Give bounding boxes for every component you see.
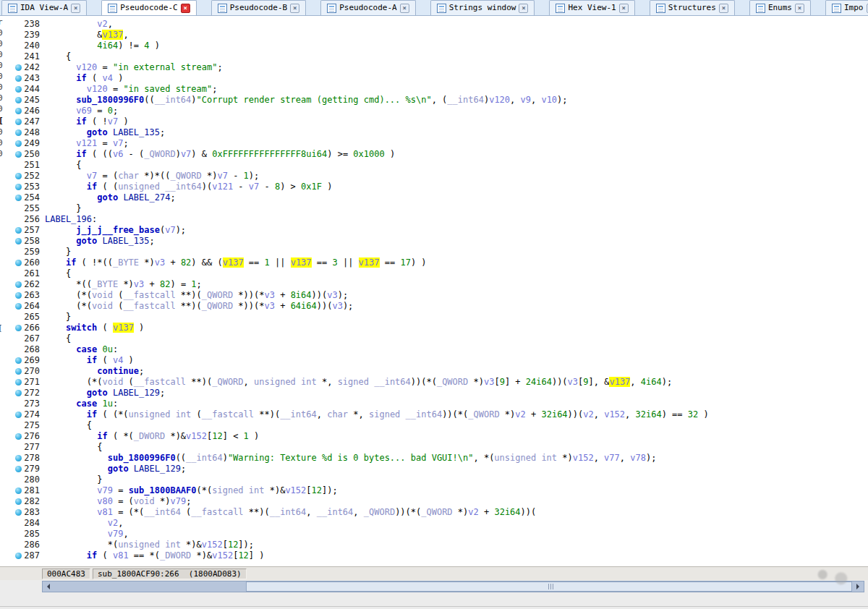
- code-line-262[interactable]: 262 *((_BYTE *)v3 + 82) = 1;: [8, 279, 868, 290]
- tab-ida-view-a[interactable]: IDA View-A×: [1, 0, 87, 15]
- close-icon[interactable]: ×: [719, 4, 728, 13]
- code-text: LABEL_196:: [45, 214, 97, 225]
- code-line-257[interactable]: 257 j_j_j__free_base(v7);: [8, 225, 868, 236]
- code-line-269[interactable]: 269 if ( v4 ): [8, 355, 868, 366]
- code-line-244[interactable]: 244 v120 = "in saved stream";: [8, 84, 868, 95]
- close-icon[interactable]: ×: [71, 4, 80, 13]
- line-number: 261: [8, 268, 40, 279]
- tab-pseudocode-b[interactable]: Pseudocode-B×: [211, 0, 306, 15]
- code-line-250[interactable]: 250 if ( ((v6 - (_QWORD)v7) & 0xFFFFFFFF…: [8, 149, 868, 160]
- tab-pseudocode-a[interactable]: Pseudocode-A×: [320, 0, 415, 15]
- code-line-287[interactable]: 287 if ( v81 == *(_DWORD *)&v152[12] ): [8, 550, 868, 561]
- code-text: }: [45, 247, 71, 257]
- clipped-char: 0: [0, 82, 3, 92]
- line-number: 251: [8, 160, 40, 171]
- close-icon[interactable]: ×: [181, 4, 190, 13]
- code-text: if ( (*(unsigned int (__fastcall **)(__i…: [45, 409, 709, 420]
- tab-pseudocode-c[interactable]: Pseudocode-C×: [101, 0, 196, 15]
- tab-structures[interactable]: Structures×: [650, 0, 735, 15]
- tab-label: Pseudocode-C: [120, 1, 177, 15]
- close-icon[interactable]: ×: [400, 4, 409, 13]
- code-line-273[interactable]: 273 case 1u:: [8, 399, 868, 409]
- code-line-266[interactable]: 266 switch ( v137 ): [8, 323, 868, 333]
- code-line-254[interactable]: 254 goto LABEL_274;: [8, 192, 868, 203]
- code-line-274[interactable]: 274 if ( (*(unsigned int (__fastcall **)…: [8, 409, 868, 420]
- code-line-267[interactable]: 267 {: [8, 333, 868, 344]
- code-line-255[interactable]: 255 }: [8, 203, 868, 214]
- code-line-240[interactable]: 240 4i64) != 4 ): [8, 41, 868, 51]
- code-line-276[interactable]: 276 if ( *(_DWORD *)&v152[12] < 1 ): [8, 431, 868, 442]
- code-line-285[interactable]: 285 v79,: [8, 529, 868, 540]
- clipped-char: 0: [0, 93, 3, 103]
- close-icon[interactable]: ×: [795, 4, 804, 13]
- line-number: 255: [8, 203, 40, 214]
- code-line-259[interactable]: 259 }: [8, 247, 868, 257]
- scroll-left-arrow-icon[interactable]: [43, 582, 54, 592]
- code-line-284[interactable]: 284 v2,: [8, 518, 868, 529]
- close-icon[interactable]: ×: [290, 4, 299, 13]
- line-number: 239: [8, 30, 40, 41]
- code-line-248[interactable]: 248 goto LABEL_135;: [8, 127, 868, 138]
- code-line-278[interactable]: 278 sub_1800996F0((__int64)"Warning: Tex…: [8, 453, 868, 464]
- line-number: 243: [8, 73, 40, 84]
- code-line-241[interactable]: 241 {: [8, 51, 868, 62]
- code-line-247[interactable]: 247 if ( !v7 ): [8, 116, 868, 127]
- code-line-263[interactable]: 263 (*(void (__fastcall **)(_QWORD *))(*…: [8, 290, 868, 301]
- code-line-265[interactable]: 265 }: [8, 312, 868, 323]
- code-line-249[interactable]: 249 v121 = v7;: [8, 138, 868, 149]
- line-number: 272: [8, 388, 40, 399]
- code-text: {: [45, 442, 102, 453]
- close-icon[interactable]: ×: [519, 4, 528, 13]
- line-number: 260: [8, 257, 40, 268]
- code-text: v2,: [45, 518, 123, 529]
- code-line-280[interactable]: 280 }: [8, 474, 868, 485]
- tab-impo[interactable]: Impo×: [825, 0, 868, 15]
- code-line-261[interactable]: 261 {: [8, 268, 868, 279]
- scrollbar-thumb[interactable]: [246, 582, 852, 592]
- line-number: 252: [8, 171, 40, 182]
- code-line-252[interactable]: 252 v7 = (char *)*((_QWORD *)v7 - 1);: [8, 171, 868, 182]
- code-text: v79,: [45, 529, 129, 540]
- code-line-283[interactable]: 283 v81 = (*(__int64 (__fastcall **)(__i…: [8, 507, 868, 518]
- code-text: {: [45, 420, 92, 431]
- code-line-281[interactable]: 281 v79 = sub_1800BAAF0(*(signed int *)&…: [8, 485, 868, 496]
- line-number: 244: [8, 84, 40, 95]
- code-line-264[interactable]: 264 (*(void (__fastcall **)(_QWORD *))(*…: [8, 301, 868, 312]
- code-line-268[interactable]: 268 case 0u:: [8, 344, 868, 355]
- clipped-char: 0: [0, 28, 3, 38]
- code-line-239[interactable]: 239 &v137,: [8, 30, 868, 41]
- line-number: 284: [8, 518, 40, 529]
- code-line-271[interactable]: 271 (*(void (__fastcall **)(_QWORD, unsi…: [8, 377, 868, 388]
- scrollbar-track[interactable]: [54, 582, 852, 592]
- code-line-277[interactable]: 277 {: [8, 442, 868, 453]
- line-number: 286: [8, 540, 40, 550]
- close-icon[interactable]: ×: [619, 4, 629, 13]
- code-line-270[interactable]: 270 continue;: [8, 366, 868, 377]
- tab-label: Structures: [668, 1, 716, 15]
- line-number: 264: [8, 301, 40, 312]
- code-line-245[interactable]: 245 sub_1800996F0((__int64)"Corrupt rend…: [8, 95, 868, 106]
- code-line-256[interactable]: 256LABEL_196:: [8, 214, 868, 225]
- code-line-246[interactable]: 246 v69 = 0;: [8, 106, 868, 116]
- code-line-238[interactable]: 238 v2,: [8, 19, 868, 30]
- code-line-258[interactable]: 258 goto LABEL_135;: [8, 236, 868, 247]
- tab-enums[interactable]: Enums×: [749, 0, 811, 15]
- code-line-242[interactable]: 242 v120 = "in external stream";: [8, 62, 868, 73]
- code-line-260[interactable]: 260 if ( !*((_BYTE *)v3 + 82) && (v137 =…: [8, 257, 868, 268]
- line-number: 240: [8, 41, 40, 51]
- clipped-char: 0: [0, 39, 3, 48]
- tab-strings-window[interactable]: Strings window×: [430, 0, 535, 15]
- code-line-272[interactable]: 272 goto LABEL_129;: [8, 388, 868, 399]
- code-text: v121 = v7;: [45, 138, 129, 149]
- code-line-286[interactable]: 286 *(unsigned int *)&v152[12]);: [8, 540, 868, 550]
- code-line-275[interactable]: 275 {: [8, 420, 868, 431]
- code-text: goto LABEL_135;: [45, 236, 155, 247]
- code-line-279[interactable]: 279 goto LABEL_129;: [8, 464, 868, 474]
- code-line-243[interactable]: 243 if ( v4 ): [8, 73, 868, 84]
- horizontal-scrollbar[interactable]: [42, 581, 864, 592]
- pseudocode-view[interactable]: r00000000[000[ 238 v2,239 &v137,240 4i64…: [0, 16, 868, 566]
- code-line-251[interactable]: 251 {: [8, 160, 868, 171]
- code-line-282[interactable]: 282 v80 = (void *)v79;: [8, 496, 868, 507]
- code-line-253[interactable]: 253 if ( (unsigned __int64)(v121 - v7 - …: [8, 182, 868, 192]
- tab-hex-view-1[interactable]: Hex View-1×: [549, 0, 634, 15]
